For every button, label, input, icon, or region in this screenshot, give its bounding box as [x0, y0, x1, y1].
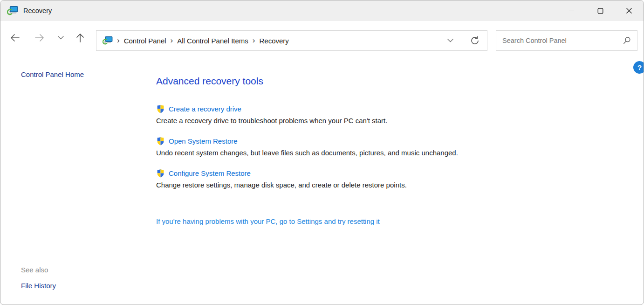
tool-create-recovery-drive: Create a recovery drive Create a recover… — [156, 104, 585, 125]
tool-description: Change restore settings, manage disk spa… — [156, 180, 585, 190]
tool-link-label[interactable]: Open System Restore — [169, 136, 238, 146]
address-dropdown-button[interactable] — [447, 39, 453, 42]
create-recovery-drive-link[interactable]: Create a recovery drive — [156, 104, 585, 114]
breadcrumb-recovery[interactable]: Recovery — [259, 37, 288, 45]
window-controls — [557, 0, 644, 21]
breadcrumb-control-panel[interactable]: Control Panel — [124, 37, 166, 45]
back-arrow-icon — [10, 34, 20, 42]
recovery-window: Recovery — [0, 0, 644, 305]
up-arrow-icon — [76, 33, 84, 43]
page-title: Advanced recovery tools — [156, 75, 585, 87]
main-content: Advanced recovery tools Create a recover… — [156, 75, 585, 226]
refresh-button[interactable] — [470, 36, 480, 45]
sidebar-item-control-panel-home[interactable]: Control Panel Home — [21, 70, 84, 78]
breadcrumb-separator: › — [171, 36, 173, 44]
refresh-icon — [470, 36, 480, 45]
maximize-button[interactable] — [586, 0, 615, 21]
tool-link-label[interactable]: Create a recovery drive — [169, 104, 241, 114]
chevron-down-icon — [58, 36, 64, 40]
breadcrumb-separator: › — [117, 36, 120, 44]
reset-pc-settings-link[interactable]: If you're having problems with your PC, … — [156, 217, 380, 225]
close-button[interactable] — [615, 0, 644, 21]
chevron-down-icon — [447, 39, 453, 42]
navigation-bar: › Control Panel › All Control Panel Item… — [0, 21, 644, 55]
close-icon — [626, 7, 632, 14]
uac-shield-icon — [156, 104, 165, 114]
breadcrumb-separator: › — [253, 36, 255, 44]
tool-link-label[interactable]: Configure System Restore — [169, 168, 251, 178]
configure-system-restore-link[interactable]: Configure System Restore — [156, 168, 585, 178]
open-system-restore-link[interactable]: Open System Restore — [156, 136, 585, 146]
help-question-icon: ? — [637, 63, 642, 71]
window-title: Recovery — [23, 7, 52, 14]
up-button[interactable] — [72, 21, 88, 55]
maximize-icon — [597, 8, 603, 14]
search-button[interactable] — [623, 36, 631, 45]
breadcrumb-all-control-panel-items[interactable]: All Control Panel Items — [177, 37, 248, 45]
tool-description: Create a recovery drive to troubleshoot … — [156, 116, 585, 125]
search-box — [496, 30, 637, 51]
search-input[interactable] — [496, 37, 623, 44]
sidebar-item-file-history[interactable]: File History — [21, 282, 56, 290]
minimize-icon — [569, 8, 575, 14]
minimize-button[interactable] — [557, 0, 586, 21]
recovery-icon — [103, 35, 113, 46]
back-button[interactable] — [7, 21, 23, 55]
address-bar[interactable]: › Control Panel › All Control Panel Item… — [96, 30, 487, 51]
tool-description: Undo recent system changes, but leave fi… — [156, 148, 585, 158]
uac-shield-icon — [156, 136, 165, 146]
help-button[interactable]: ? — [633, 61, 644, 74]
forward-arrow-icon — [34, 34, 44, 42]
tool-open-system-restore: Open System Restore Undo recent system c… — [156, 136, 585, 158]
recent-locations-button[interactable] — [55, 21, 67, 55]
title-bar: Recovery — [0, 0, 644, 21]
uac-shield-icon — [156, 168, 165, 178]
see-also-heading: See also — [21, 266, 48, 274]
forward-button[interactable] — [31, 21, 47, 55]
tool-configure-system-restore: Configure System Restore Change restore … — [156, 168, 585, 190]
recovery-icon — [7, 5, 18, 16]
search-icon — [623, 36, 631, 45]
